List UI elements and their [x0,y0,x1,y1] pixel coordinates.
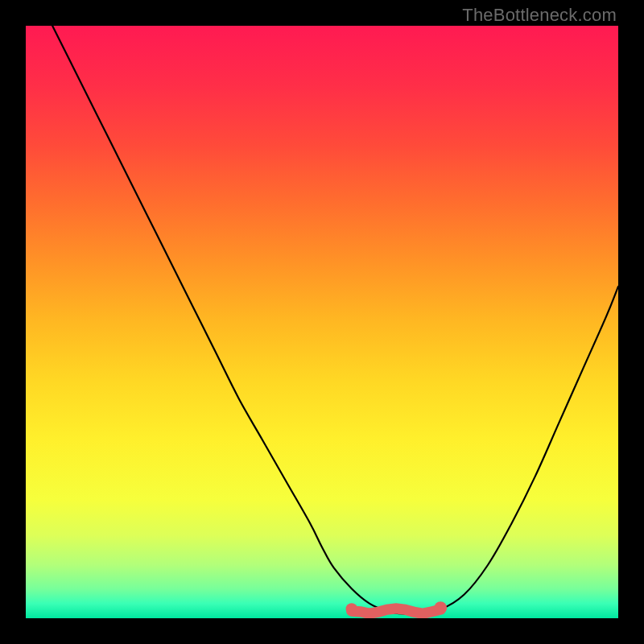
bottom-marker-dot-left [346,603,358,615]
bottom-marker [352,609,440,613]
bottleneck-curve [52,26,618,614]
plot-area [26,26,618,618]
bottom-marker-dot-right [434,601,447,614]
curve-layer [26,26,618,618]
watermark-text: TheBottleneck.com [462,5,617,26]
chart-frame: TheBottleneck.com [0,0,644,644]
